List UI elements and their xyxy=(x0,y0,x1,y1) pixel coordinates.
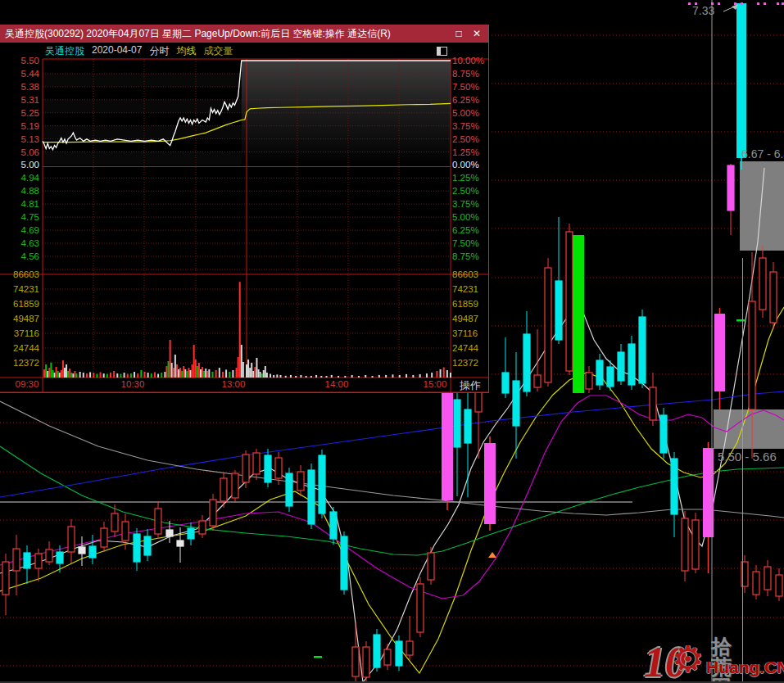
chart-legend: 吴通控股 2020-04-07 分时 均线 成交量 xyxy=(45,44,233,57)
price-range-label-bottom: 5.50 - 5.66 xyxy=(718,450,777,464)
arrow-icon xyxy=(723,2,741,14)
maximize-button[interactable]: □ xyxy=(452,28,465,39)
gear-icon: ⚙ xyxy=(672,641,704,677)
vertical-divider-line xyxy=(742,258,743,683)
legend-intraday-label[interactable]: 分时 xyxy=(149,44,169,57)
legend-avgline-label[interactable]: 均线 xyxy=(176,44,196,57)
action-button[interactable]: 操作 xyxy=(452,378,488,393)
legend-volume-label[interactable]: 成交量 xyxy=(203,44,233,57)
pane-layout-icon[interactable] xyxy=(437,47,447,56)
intraday-popup-window: 吴通控股(300292) 2020年04月07日 星期二 PageUp/Down… xyxy=(0,25,489,393)
close-button[interactable]: ✕ xyxy=(470,28,483,39)
legend-date: 2020-04-07 xyxy=(92,44,142,57)
popup-title-bar[interactable]: 吴通控股(300292) 2020年04月07日 星期二 PageUp/Down… xyxy=(0,25,488,43)
legend-stock-name: 吴通控股 xyxy=(45,44,84,57)
high-price-label: 7.33 xyxy=(692,4,714,17)
limit-up-fill xyxy=(242,61,451,167)
intraday-chart[interactable] xyxy=(0,56,489,393)
watermark-domain: Huang.CN xyxy=(706,658,784,676)
app-window: 7.33 6.67 - 6.3 5.50 - 5.66 吴通控股(300292)… xyxy=(0,0,784,683)
popup-title: 吴通控股(300292) 2020年04月07日 星期二 PageUp/Down… xyxy=(5,27,447,41)
price-range-label-top: 6.67 - 6.3 xyxy=(741,147,784,161)
